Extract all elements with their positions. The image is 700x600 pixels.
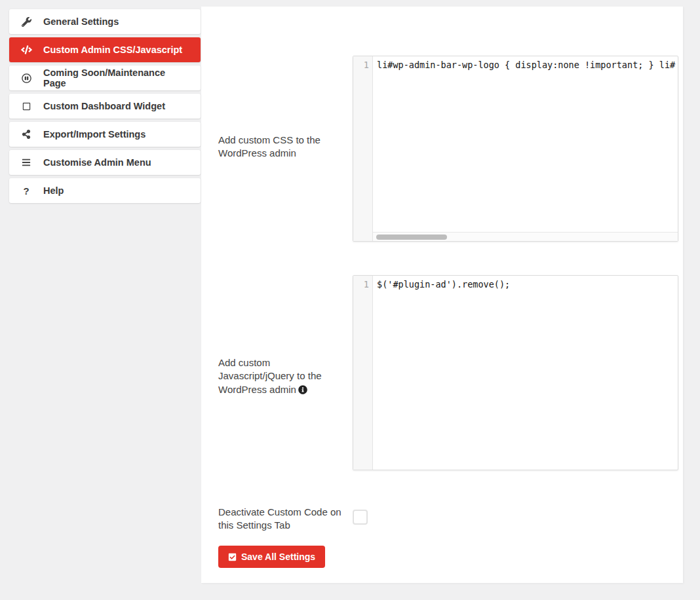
sidebar-item-coming-soon[interactable]: Coming Soon/Maintenance Page <box>9 66 201 90</box>
question-mark-icon: ? <box>20 185 32 197</box>
check-square-icon <box>228 553 237 561</box>
sidebar-item-general-settings[interactable]: General Settings <box>9 9 201 34</box>
line-number: 1 <box>353 279 369 290</box>
square-outline-icon <box>20 102 32 111</box>
sidebar-item-export-import[interactable]: Export/Import Settings <box>9 122 201 147</box>
sidebar-item-label: Export/Import Settings <box>43 129 146 140</box>
share-icon <box>20 130 32 139</box>
custom-css-editor[interactable]: 1 li#wp-admin-bar-wp-logo { display:none… <box>353 56 678 242</box>
wrench-icon <box>20 17 32 27</box>
editor-gutter: 1 <box>353 56 373 241</box>
menu-bars-icon <box>20 158 32 167</box>
sidebar-item-label: Customise Admin Menu <box>43 157 151 168</box>
sidebar-item-customise-admin-menu[interactable]: Customise Admin Menu <box>9 150 201 175</box>
horizontal-scrollbar[interactable] <box>373 232 678 241</box>
custom-js-editor[interactable]: 1 $('#plugin-ad').remove(); <box>353 275 678 470</box>
sidebar-item-custom-admin-css-js[interactable]: Custom Admin CSS/Javascript <box>9 37 201 62</box>
custom-js-code-input[interactable]: $('#plugin-ad').remove(); <box>374 279 677 292</box>
pause-circle-icon <box>20 73 32 83</box>
deactivate-code-label: Deactivate Custom Code on this Settings … <box>218 506 346 533</box>
save-all-settings-label: Save All Settings <box>241 552 315 562</box>
deactivate-code-checkbox[interactable] <box>353 510 368 525</box>
scrollbar-thumb[interactable] <box>376 234 447 240</box>
sidebar-item-label: Custom Admin CSS/Javascript <box>43 45 182 55</box>
sidebar-item-label: General Settings <box>43 16 119 27</box>
custom-css-label: Add custom CSS to the WordPress admin <box>218 134 333 160</box>
sidebar-item-label: Coming Soon/Maintenance Page <box>43 67 189 88</box>
editor-gutter: 1 <box>353 276 373 470</box>
sidebar-item-help[interactable]: ? Help <box>9 178 201 203</box>
settings-content-panel: Add custom CSS to the WordPress admin 1 … <box>201 7 683 583</box>
sidebar-item-label: Help <box>43 185 64 196</box>
info-circle-icon[interactable] <box>298 384 307 398</box>
custom-css-code-input[interactable]: li#wp-admin-bar-wp-logo { display:none !… <box>374 60 677 73</box>
line-number: 1 <box>353 60 369 70</box>
custom-js-label: Add custom Javascript/jQuery to the Word… <box>218 356 335 398</box>
sidebar-item-label: Custom Dashboard Widget <box>43 101 165 111</box>
settings-sidebar: General Settings Custom Admin CSS/Javasc… <box>9 9 201 206</box>
code-icon <box>20 45 32 54</box>
sidebar-item-dashboard-widget[interactable]: Custom Dashboard Widget <box>9 94 201 119</box>
save-all-settings-button[interactable]: Save All Settings <box>218 546 325 568</box>
